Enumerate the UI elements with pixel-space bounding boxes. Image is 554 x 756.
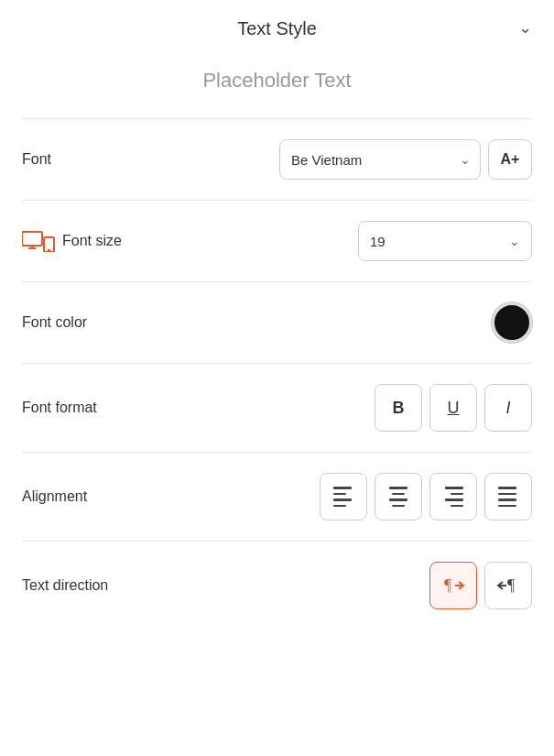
align-right-icon <box>443 487 463 507</box>
font-controls: Be Vietnam ⌄ A+ <box>279 139 532 180</box>
text-direction-controls: ¶ ¶ <box>429 562 532 609</box>
rtl-icon: ¶ <box>496 574 520 597</box>
svg-rect-0 <box>22 232 42 246</box>
bold-button[interactable]: B <box>375 384 422 432</box>
font-select[interactable]: Be Vietnam ⌄ <box>279 139 481 180</box>
font-color-label: Font color <box>22 314 87 331</box>
svg-text:¶: ¶ <box>444 576 451 595</box>
align-justify-button[interactable] <box>484 473 532 520</box>
collapse-icon[interactable]: ⌄ <box>518 17 532 38</box>
placeholder-preview: Placeholder Text <box>22 69 532 93</box>
align-justify-icon <box>498 487 518 507</box>
panel-title: Text Style <box>237 18 317 39</box>
font-chevron-icon: ⌄ <box>460 152 471 167</box>
text-direction-row: Text direction ¶ ¶ <box>22 542 532 630</box>
font-color-swatch[interactable] <box>492 302 532 343</box>
font-format-label: Font format <box>22 400 97 416</box>
font-size-select[interactable]: 19 ⌄ <box>358 221 532 261</box>
align-left-icon <box>333 487 353 507</box>
alignment-row: Alignment <box>22 453 532 541</box>
font-color-row: Font color <box>22 282 532 363</box>
alignment-label: Alignment <box>22 488 87 505</box>
responsive-icon <box>22 230 55 252</box>
svg-text:¶: ¶ <box>507 576 515 595</box>
align-left-button[interactable] <box>320 473 367 520</box>
font-format-controls: B U I <box>375 384 532 432</box>
underline-button[interactable]: U <box>429 384 477 432</box>
align-center-button[interactable] <box>375 473 422 520</box>
rtl-button[interactable]: ¶ <box>484 562 532 609</box>
font-size-row: Font size 19 ⌄ <box>22 201 532 281</box>
font-size-label: Font size <box>22 230 122 252</box>
font-label: Font <box>22 151 51 168</box>
italic-button[interactable]: I <box>484 384 532 432</box>
ltr-icon: ¶ <box>441 574 465 597</box>
ltr-button[interactable]: ¶ <box>429 562 477 609</box>
panel-header: Text Style ⌄ <box>22 0 532 54</box>
font-format-row: Font format B U I <box>22 364 532 452</box>
alignment-controls <box>320 473 532 520</box>
font-row: Font Be Vietnam ⌄ A+ <box>22 119 532 200</box>
font-size-chevron-icon: ⌄ <box>509 234 520 248</box>
align-center-icon <box>388 487 408 507</box>
font-size-value: 19 <box>370 234 386 249</box>
text-direction-label: Text direction <box>22 577 108 594</box>
font-selected-value: Be Vietnam <box>291 152 362 168</box>
font-color-controls <box>492 302 532 343</box>
font-size-controls: 19 ⌄ <box>358 221 532 261</box>
text-style-panel: Text Style ⌄ Placeholder Text Font Be Vi… <box>0 0 554 756</box>
align-right-button[interactable] <box>429 473 477 520</box>
increase-font-button[interactable]: A+ <box>488 139 532 180</box>
